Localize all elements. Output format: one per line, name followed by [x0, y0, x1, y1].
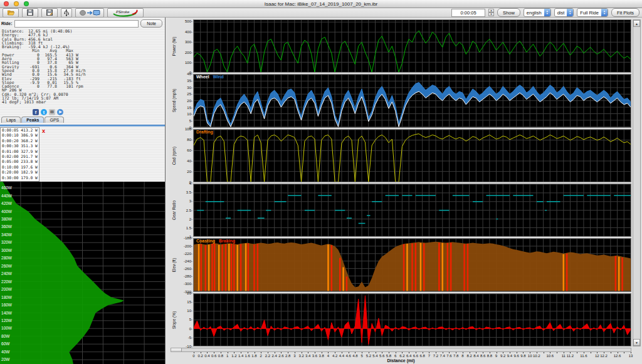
scroll-up-icon[interactable]: ▲	[633, 20, 640, 27]
ride-summary: Distance:12.65 mi (0:48:06)Energy:477.6 …	[2, 29, 164, 105]
plot-area-speed[interactable]: WheelWind	[193, 74, 631, 127]
x-tick-label: 7.6	[446, 354, 451, 358]
histo-y-label: 340W	[1, 232, 13, 237]
plot-area-power[interactable]	[193, 19, 631, 73]
x-tick-mark	[517, 352, 517, 353]
x-tick-mark	[449, 352, 450, 353]
histo-y-label: 260W	[1, 264, 13, 268]
show-button[interactable]: Show	[497, 8, 520, 17]
usb-import-button[interactable]	[61, 8, 72, 18]
open-button[interactable]	[3, 8, 19, 18]
peak-row[interactable]: 0:30:00 179.0 W	[1, 175, 39, 180]
plot-area-slope[interactable]	[193, 293, 631, 346]
histo-y-label: 380W	[1, 217, 13, 221]
plot-gear: Gear Ratio1-1.5-2-2.5-3-3.5-4-	[171, 184, 631, 237]
mail-icon[interactable]: ✉	[49, 109, 55, 115]
x-tick-mark	[369, 352, 369, 353]
y-axis-elev: Elev (ft)-320--300--280--260--240--220--…	[171, 238, 193, 291]
x-tick-label: 12	[595, 354, 599, 358]
x-tick-label: 11	[562, 354, 566, 358]
y-tick-label: 25-	[187, 92, 192, 96]
x-tick-label: 10.6	[546, 354, 554, 358]
chevron-updown-icon: ▲▼	[567, 9, 573, 16]
y-axis-title: Speed (mph)	[171, 74, 177, 127]
x-tick-label: 9.4	[507, 354, 512, 358]
language-select[interactable]: english ▲▼	[524, 8, 551, 17]
axis-mode-select[interactable]: dist ▲▼	[554, 8, 574, 17]
histo-y-label: 180W	[1, 295, 13, 299]
peaks-list[interactable]: 0:00:05 413.2 W0:00:10 386.9 W0:00:20 36…	[0, 127, 39, 182]
y-tick-label: 0-	[189, 327, 192, 331]
x-tick-mark	[550, 352, 550, 353]
time-stepper[interactable]: ▲▼	[488, 9, 494, 16]
ride-label: Ride:	[1, 21, 13, 26]
range-select[interactable]: Full Ride ▲▼	[577, 8, 608, 17]
x-tick-mark	[624, 352, 624, 353]
x-tick-label: 6.4	[406, 354, 411, 358]
peak-row[interactable]: 0:05:00 233.8 W	[1, 159, 39, 164]
peak-row[interactable]: 0:00:10 386.9 W	[1, 133, 39, 138]
peak-row[interactable]: 0:20:00 182.9 W	[1, 170, 39, 175]
open-icon	[8, 10, 14, 16]
x-tick-mark	[510, 352, 510, 353]
web-share-icon[interactable]: ➤	[57, 109, 63, 115]
histo-y-label: 60W	[1, 341, 10, 346]
histo-y-label: 440W	[1, 194, 13, 198]
peak-row[interactable]: 0:00:05 413.2 W	[1, 128, 39, 133]
pstroke-button[interactable]: PStroke	[107, 8, 144, 18]
tab-bar: LapsPeaksGPS	[1, 117, 64, 123]
peak-row[interactable]: 0:00:20 368.2 W	[1, 138, 39, 143]
y-tick-label: 1.5-	[186, 226, 192, 230]
x-tick-label: 3.8	[319, 354, 324, 358]
tab-laps[interactable]: Laps	[1, 117, 21, 123]
x-tick-mark	[604, 352, 604, 353]
save-button[interactable]	[22, 8, 38, 18]
x-tick-mark	[537, 352, 537, 353]
y-tick-label: 35-	[187, 79, 192, 83]
x-tick-mark	[436, 352, 436, 353]
stats-cell: 101	[57, 85, 73, 88]
x-tick-mark	[234, 352, 234, 353]
plot-area-cad[interactable]: Drafting	[193, 129, 631, 182]
x-tick-mark	[456, 352, 456, 353]
tab-peaks[interactable]: Peaks	[21, 117, 44, 123]
x-tick-mark	[523, 352, 524, 353]
peak-row[interactable]: 0:00:30 351.3 W	[1, 143, 39, 148]
facebook-icon[interactable]: f	[33, 109, 39, 115]
peak-row[interactable]: 0:10:00 197.6 W	[1, 165, 39, 170]
plot-area-elev[interactable]: CoastingBraking	[193, 238, 631, 291]
ride-name-input[interactable]	[14, 20, 139, 28]
x-tick-mark	[409, 352, 409, 353]
x-tick-label: 7	[428, 354, 430, 358]
note-button[interactable]: Note	[140, 19, 162, 28]
x-tick-mark	[221, 352, 221, 353]
histo-y-label: 140W	[1, 311, 13, 315]
x-tick-mark	[470, 352, 470, 353]
y-tick-label: 15-	[187, 300, 192, 304]
y-axis-power: Power (W)0-100-200-300-400-500-	[171, 19, 193, 73]
plot-elev: Elev (ft)-320--300--280--260--240--220--…	[171, 238, 631, 291]
peak-row[interactable]: 0:02:00 291.7 W	[1, 154, 39, 159]
delete-peak-button[interactable]: x	[42, 128, 45, 134]
save-as-button[interactable]	[41, 8, 58, 18]
twitter-icon[interactable]: t	[41, 109, 47, 115]
power-distribution-chart[interactable]: 460W440W420W400W380W360W340W320W300W280W…	[0, 182, 165, 364]
pane-splitter[interactable]	[0, 125, 165, 127]
time-input[interactable]: 0:00:05	[451, 9, 485, 17]
y-tick-label: 100-	[185, 61, 192, 65]
vertical-scrollbar[interactable]: ▲ ▼	[633, 19, 641, 346]
x-tick-mark	[194, 352, 194, 353]
horizontal-scrollbar[interactable]	[171, 348, 631, 352]
x-tick-label: 13	[629, 354, 633, 358]
plot-area-gear[interactable]	[193, 184, 631, 237]
histo-y-label: 120W	[1, 318, 13, 323]
usb-icon	[64, 9, 69, 16]
x-tick-mark	[255, 352, 255, 353]
download-ride-button[interactable]	[75, 8, 104, 18]
fit-plots-button[interactable]: Fit Plots	[611, 8, 639, 17]
tab-gps[interactable]: GPS	[45, 117, 64, 123]
scroll-down-icon[interactable]: ▼	[633, 339, 640, 346]
y-axis-gear: Gear Ratio1-1.5-2-2.5-3-3.5-4-	[171, 184, 193, 237]
h-scroll-thumb[interactable]	[171, 348, 182, 351]
peak-row[interactable]: 0:01:00 327.9 W	[1, 149, 39, 154]
